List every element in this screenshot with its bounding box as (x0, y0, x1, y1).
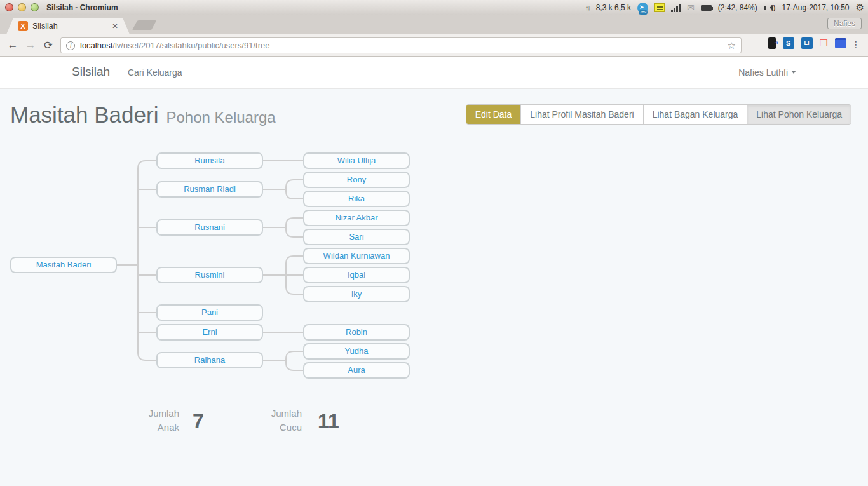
window-minimize-button[interactable] (18, 3, 26, 11)
clock[interactable]: 17-Aug-2017, 10:50 (782, 3, 849, 12)
volume-icon[interactable]: )) (764, 4, 776, 11)
new-tab-button[interactable] (132, 20, 157, 30)
window-controls (5, 3, 39, 11)
tree-node-child[interactable]: Pani (156, 304, 263, 321)
tree-node-grandchild[interactable]: Yudha (303, 343, 410, 360)
notes-indicator-icon[interactable] (654, 3, 665, 12)
url-path: /lv/riset/2017/silsilahku/public/users/9… (112, 41, 269, 50)
tree-node-grandchild[interactable]: Rony (303, 172, 410, 188)
edit-data-button[interactable]: Edit Data (466, 105, 522, 124)
tab-bar: X Silsilah ✕ Nafies (0, 15, 868, 34)
browser-tab-silsilah[interactable]: X Silsilah ✕ (6, 18, 130, 34)
stat-cucu-label: JumlahCucu (224, 407, 302, 435)
screen: Silsilah - Chromium ↑↓ 8,3 k 6,5 k ➤ 289… (0, 0, 868, 486)
back-icon[interactable]: ← (4, 39, 22, 51)
telegram-icon[interactable]: ➤ 289 (637, 3, 648, 13)
phone-extension-icon[interactable] (768, 37, 776, 49)
network-arrows-icon: ↑↓ (585, 4, 590, 11)
laravel-extension-icon[interactable]: ❒ (820, 37, 828, 49)
battery-status[interactable]: (2:42, 84%) (718, 3, 757, 12)
tree-node-child[interactable]: Rumsita (156, 152, 263, 169)
paper-plane-icon: ➤ (639, 4, 644, 10)
mail-icon[interactable]: ✉ (687, 3, 695, 13)
tree-node-root[interactable]: Masitah Baderi (10, 257, 117, 273)
tab-close-icon[interactable]: ✕ (112, 22, 118, 30)
window-close-button[interactable] (5, 3, 13, 11)
action-button-group: Edit Data Lihat Profil Masitah Baderi Li… (466, 104, 851, 125)
stat-anak-value: 7 (193, 410, 204, 433)
stat-cucu-value: 11 (318, 410, 339, 433)
tree-node-grandchild[interactable]: Aura (303, 362, 410, 379)
tree-node-child[interactable]: Raihana (156, 352, 263, 368)
reload-icon[interactable]: ⟳ (39, 39, 57, 52)
stat-anak-label: JumlahAnak (102, 407, 179, 435)
s-extension-icon[interactable]: S (783, 37, 794, 49)
tree-node-grandchild[interactable]: Iky (303, 286, 410, 302)
tree-node-grandchild[interactable]: Iqbal (303, 267, 410, 283)
user-dropdown[interactable]: Nafies Luthfi (738, 67, 796, 78)
browser-toolbar: ← → ⟳ i localhost/lv/riset/2017/silsilah… (0, 34, 868, 57)
telegram-unread-badge: 289 (639, 10, 648, 15)
url-host: localhost (80, 41, 112, 50)
lihat-pohon-button[interactable]: Lihat Pohon Keluarga (747, 105, 851, 124)
blue-extension-icon[interactable] (835, 38, 846, 48)
tree-node-child[interactable]: Erni (156, 324, 263, 341)
tab-title: Silsilah (32, 22, 112, 30)
keyboard-indicator-badge: Nafies (827, 18, 862, 29)
tree-node-grandchild[interactable]: Robin (303, 324, 410, 341)
tree-node-grandchild[interactable]: Wildan Kurniawan (303, 248, 410, 264)
tree-node-grandchild[interactable]: Wilia Ulfija (303, 152, 410, 169)
page-info-icon[interactable]: i (66, 41, 75, 50)
family-tree: Masitah Baderi Rumsita Rusman Riadi Rusn… (0, 57, 445, 387)
browser-menu-icon[interactable]: ⋮ (851, 39, 860, 50)
signal-strength-icon[interactable] (671, 4, 681, 12)
lihat-profil-button[interactable]: Lihat Profil Masitah Baderi (521, 105, 643, 124)
url-bar[interactable]: i localhost/lv/riset/2017/silsilahku/pub… (60, 37, 742, 53)
extension-icons: S LI ❒ (768, 37, 846, 49)
chevron-down-icon (791, 71, 796, 76)
footer-divider (72, 393, 796, 393)
bookmark-star-icon[interactable]: ☆ (728, 40, 736, 51)
web-content: Silsilah Cari Keluarga Nafies Luthfi Mas… (0, 57, 868, 486)
battery-icon[interactable] (701, 5, 712, 11)
tree-node-child[interactable]: Rusman Riadi (156, 181, 263, 198)
tree-node-child[interactable]: Rusnani (156, 219, 263, 236)
window-maximize-button[interactable] (31, 3, 39, 11)
window-title: Silsilah - Chromium (46, 3, 118, 12)
tree-node-grandchild[interactable]: Sari (303, 229, 410, 245)
forward-icon[interactable]: → (22, 39, 39, 51)
system-tray: ↑↓ 8,3 k 6,5 k ➤ 289 ✉ (2:42, 84%) )) 17… (585, 0, 864, 15)
titlebar: Silsilah - Chromium ↑↓ 8,3 k 6,5 k ➤ 289… (0, 0, 868, 15)
user-name: Nafies Luthfi (738, 67, 788, 78)
lihat-bagan-button[interactable]: Lihat Bagan Keluarga (644, 105, 748, 124)
tree-node-grandchild[interactable]: Nizar Akbar (303, 210, 410, 226)
tab-favicon-icon: X (18, 21, 28, 31)
tree-node-grandchild[interactable]: Rika (303, 191, 410, 207)
li-extension-icon[interactable]: LI (801, 37, 813, 49)
network-rate[interactable]: 8,3 k 6,5 k (596, 3, 631, 12)
tree-node-child[interactable]: Rusmini (156, 267, 263, 283)
gear-icon[interactable]: ⚙ (856, 2, 864, 13)
